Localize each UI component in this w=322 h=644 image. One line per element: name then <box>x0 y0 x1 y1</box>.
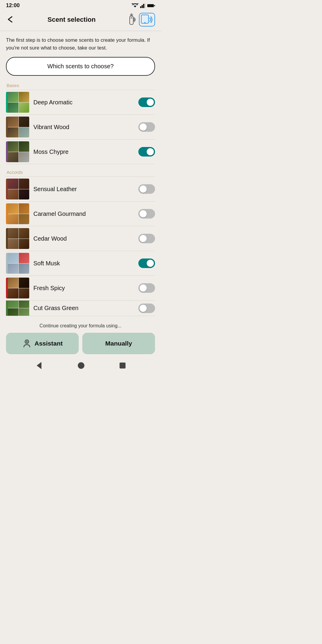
scent-item-moss-chypre: Moss Chypre <box>6 140 155 164</box>
svg-point-18 <box>78 362 84 369</box>
scent-name: Cedar Wood <box>33 235 138 242</box>
bottom-buttons: Assistant Manually <box>6 333 155 354</box>
intro-text: The first step is to choose some scents … <box>6 36 155 52</box>
bases-list: Deep Aromatic Vibrant Wood <box>6 90 155 164</box>
scent-name: Moss Chypre <box>33 148 138 155</box>
patch <box>8 278 18 288</box>
svg-rect-12 <box>142 16 148 21</box>
patch <box>19 239 30 249</box>
patch <box>19 189 30 200</box>
svg-rect-2 <box>142 5 143 8</box>
scent-name: Vibrant Wood <box>33 124 138 131</box>
scent-name: Caramel Gourmand <box>33 210 138 217</box>
patch <box>8 308 18 316</box>
scent-image-vibrant-wood <box>6 117 29 137</box>
patch <box>19 214 30 225</box>
patch <box>19 141 30 152</box>
tablet-icon <box>141 14 149 25</box>
status-bar: 12:00 <box>0 0 161 10</box>
assistant-button[interactable]: Assistant <box>6 333 79 354</box>
patch <box>8 189 18 200</box>
which-scents-button[interactable]: Which scents to choose? <box>6 57 155 76</box>
status-time: 12:00 <box>6 2 20 9</box>
scent-image-cut-grass-green <box>6 301 29 316</box>
scent-name: Fresh Spicy <box>33 285 138 292</box>
header: Scent selection <box>0 10 161 31</box>
toggle-sensual-leather[interactable] <box>138 184 155 194</box>
patch <box>8 264 18 274</box>
patch <box>8 228 18 239</box>
patch <box>8 103 18 113</box>
toggle-fresh-spicy[interactable] <box>138 283 155 293</box>
header-right <box>127 13 155 27</box>
patch <box>8 301 18 308</box>
toggle-caramel-gourmand[interactable] <box>138 209 155 219</box>
svg-point-13 <box>144 22 145 23</box>
patch <box>8 127 18 138</box>
patch <box>19 288 30 299</box>
wifi-icon <box>132 3 138 8</box>
patch <box>8 152 18 162</box>
nav-recents-icon[interactable] <box>119 362 126 369</box>
battery-icon <box>147 4 155 8</box>
svg-rect-5 <box>147 4 154 7</box>
patch <box>8 214 18 225</box>
scent-image-sensual-leather <box>6 179 29 199</box>
svg-rect-3 <box>143 4 144 8</box>
toggle-moss-chypre[interactable] <box>138 147 155 157</box>
scent-item-soft-musk: Soft Musk <box>6 251 155 276</box>
toggle-cedar-wood[interactable] <box>138 234 155 243</box>
nav-bar <box>0 357 161 375</box>
patch <box>8 92 18 102</box>
scent-item-sensual-leather: Sensual Leather <box>6 177 155 202</box>
patch <box>8 141 18 152</box>
bottom-section: Continue creating your formula using... … <box>0 319 161 354</box>
accords-list: Sensual Leather Caramel Gourmand <box>6 177 155 316</box>
toggle-soft-musk[interactable] <box>138 258 155 268</box>
patch <box>8 203 18 214</box>
diffuser-icon[interactable] <box>127 13 136 26</box>
page-title: Scent selection <box>16 16 127 24</box>
patch <box>19 264 30 274</box>
toggle-deep-aromatic[interactable] <box>138 97 155 107</box>
svg-rect-19 <box>120 363 126 369</box>
accords-section-label: Accords <box>6 170 155 175</box>
nav-back-icon[interactable] <box>35 361 43 370</box>
svg-rect-8 <box>131 17 132 18</box>
toggle-vibrant-wood[interactable] <box>138 122 155 132</box>
toggle-cut-grass-green[interactable] <box>138 304 155 313</box>
scent-name: Cut Grass Green <box>33 305 138 312</box>
status-icons <box>132 3 155 8</box>
bases-section-label: Bases <box>6 83 155 88</box>
scent-name: Soft Musk <box>33 260 138 267</box>
back-arrow-icon <box>7 16 15 23</box>
assistant-label: Assistant <box>35 340 63 347</box>
patch <box>8 117 18 127</box>
scent-image-deep-aromatic <box>6 92 29 113</box>
patch <box>19 92 30 102</box>
back-button[interactable] <box>6 15 16 25</box>
patch <box>19 127 30 138</box>
patch <box>8 288 18 299</box>
patch <box>19 253 30 263</box>
active-device-icon[interactable] <box>139 13 155 27</box>
patch <box>8 239 18 249</box>
signal-icon <box>140 3 145 8</box>
scent-image-moss-chypre <box>6 141 29 162</box>
scent-image-fresh-spicy <box>6 278 29 298</box>
scent-item-cedar-wood: Cedar Wood <box>6 226 155 251</box>
patch <box>19 152 30 162</box>
scent-item-caramel-gourmand: Caramel Gourmand <box>6 202 155 226</box>
patch <box>19 278 30 288</box>
manually-button[interactable]: Manually <box>82 333 155 354</box>
svg-rect-6 <box>154 5 155 6</box>
scent-name: Sensual Leather <box>33 186 138 193</box>
nav-home-icon[interactable] <box>77 361 85 370</box>
scent-name: Deep Aromatic <box>33 99 138 106</box>
assistant-icon <box>22 339 32 348</box>
scent-item-deep-aromatic: Deep Aromatic <box>6 90 155 115</box>
scent-image-caramel-gourmand <box>6 203 29 224</box>
patch <box>8 179 18 189</box>
scent-item-cut-grass-green: Cut Grass Green <box>6 301 155 316</box>
svg-rect-1 <box>140 6 141 8</box>
